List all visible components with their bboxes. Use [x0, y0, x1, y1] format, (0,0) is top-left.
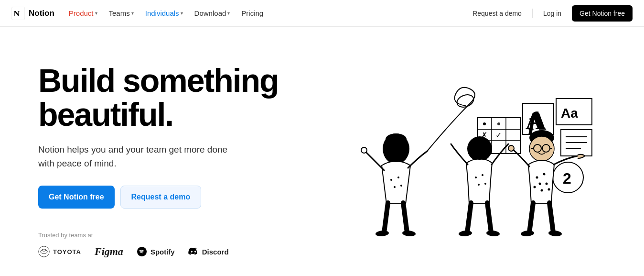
- product-chevron-icon: ▾: [95, 11, 97, 16]
- trusted-label: Trusted by teams at: [38, 232, 306, 239]
- discord-logo: Discord: [188, 246, 229, 257]
- svg-point-59: [534, 186, 536, 188]
- notion-logo-icon: N: [11, 7, 25, 20]
- figma-text: Figma: [95, 245, 123, 258]
- list-element: [561, 130, 592, 156]
- logo-text: Notion: [29, 9, 54, 18]
- svg-point-11: [402, 230, 416, 237]
- svg-point-12: [390, 179, 392, 181]
- toyota-text: TOYOTA: [53, 248, 81, 255]
- figma-logo: Figma: [95, 245, 123, 258]
- nav-pricing[interactable]: Pricing: [236, 6, 268, 20]
- toyota-logo: TOYOTA: [38, 246, 81, 257]
- svg-point-40: [486, 230, 500, 237]
- svg-point-13: [397, 177, 399, 178]
- discord-icon: [188, 246, 199, 257]
- svg-point-10: [376, 230, 389, 237]
- nav-product[interactable]: Product ▾: [64, 6, 102, 20]
- download-chevron-icon: ▾: [227, 11, 230, 16]
- spotify-text: Spotify: [150, 248, 175, 256]
- svg-point-54: [548, 230, 562, 237]
- logo[interactable]: N Notion: [11, 7, 54, 20]
- discord-text: Discord: [202, 248, 229, 256]
- login-button[interactable]: Log in: [537, 6, 568, 21]
- nav-individuals[interactable]: Individuals ▾: [140, 6, 188, 20]
- navbar: N Notion Product ▾ Teams ▾ Individuals ▾…: [0, 0, 644, 27]
- svg-point-38: [467, 136, 492, 161]
- hero-heading: Build something beautiful.: [38, 64, 306, 132]
- nav-download[interactable]: Download ▾: [190, 6, 235, 20]
- svg-text:Aa: Aa: [561, 106, 578, 121]
- nav-right: Request a demo Log in Get Notion free: [466, 5, 633, 22]
- hero-buttons: Get Notion free Request a demo: [38, 186, 306, 209]
- svg-point-4: [42, 249, 46, 252]
- brand-logos: TOYOTA Figma Spotify D: [38, 245, 306, 258]
- svg-point-58: [546, 183, 548, 185]
- hero-cta-secondary[interactable]: Request a demo: [120, 186, 202, 209]
- svg-point-15: [400, 185, 402, 187]
- svg-point-53: [521, 230, 535, 237]
- svg-point-24: [497, 122, 500, 125]
- svg-point-44: [484, 183, 486, 185]
- hero-cta-primary[interactable]: Get Notion free: [38, 186, 115, 209]
- svg-point-57: [539, 183, 541, 185]
- svg-point-43: [478, 184, 480, 186]
- nav-divider: [532, 9, 533, 18]
- svg-point-2: [39, 246, 49, 257]
- svg-point-42: [482, 174, 483, 176]
- person-left: [361, 88, 475, 237]
- individuals-chevron-icon: ▾: [181, 11, 183, 16]
- hero-section: Build something beautiful. Notion helps …: [0, 27, 644, 276]
- toyota-icon: [38, 246, 50, 257]
- svg-text:2: 2: [563, 170, 571, 187]
- svg-point-39: [459, 230, 472, 237]
- svg-point-52: [508, 145, 514, 151]
- svg-point-23: [483, 122, 486, 125]
- svg-point-41: [475, 177, 477, 178]
- request-demo-button[interactable]: Request a demo: [466, 6, 528, 21]
- circle-element: 2: [553, 162, 583, 193]
- nav-links: Product ▾ Teams ▾ Individuals ▾ Download…: [64, 6, 466, 20]
- nav-cta-button[interactable]: Get Notion free: [572, 5, 633, 22]
- svg-point-7: [386, 133, 407, 145]
- svg-point-61: [548, 188, 550, 191]
- svg-point-55: [536, 177, 538, 179]
- svg-point-8: [361, 147, 367, 153]
- nav-teams[interactable]: Teams ▾: [104, 6, 139, 20]
- hero-illustration: ✗ ✓ A f A Aa: [306, 55, 606, 266]
- aa-element: Aa: [556, 99, 592, 125]
- hero-illustration-svg: ✗ ✓ A f A Aa: [308, 55, 604, 266]
- svg-point-60: [541, 189, 543, 192]
- svg-point-3: [41, 250, 47, 254]
- hero-content: Build something beautiful. Notion helps …: [38, 64, 306, 258]
- hero-subheading: Notion helps you and your team get more …: [38, 143, 239, 170]
- spotify-icon: [137, 246, 147, 257]
- spotify-logo: Spotify: [137, 246, 175, 257]
- svg-point-14: [394, 186, 396, 188]
- svg-point-56: [543, 173, 546, 176]
- svg-text:✓: ✓: [495, 131, 502, 139]
- teams-chevron-icon: ▾: [131, 11, 134, 16]
- svg-text:N: N: [13, 9, 20, 18]
